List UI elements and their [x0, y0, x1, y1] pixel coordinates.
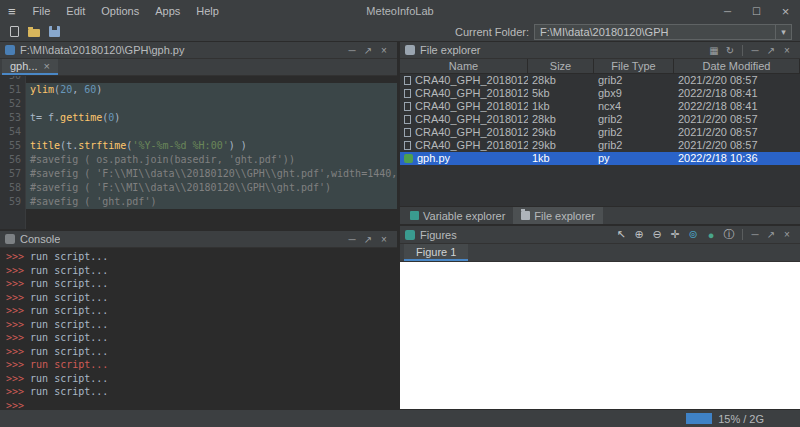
- console-line: >>> run script...: [6, 372, 397, 386]
- code-line[interactable]: 55title(t.strftime('%Y-%m-%d %H:00') ): [0, 139, 397, 153]
- select-arrow-icon[interactable]: ↖: [612, 228, 630, 241]
- current-folder-value: F:\MI\data\20180120\GPH: [535, 26, 775, 38]
- open-file-button[interactable]: [25, 23, 43, 41]
- file-type-cell: grib2: [594, 113, 674, 126]
- close-button[interactable]: ×: [771, 0, 800, 22]
- zoom-in-icon[interactable]: ⊕: [630, 228, 648, 241]
- code-line[interactable]: 59#savefig ( 'ght.pdf'): [0, 195, 397, 209]
- line-number: 51: [0, 83, 26, 97]
- table-body[interactable]: CRA40_GPH_2018012...28kbgrib22021/2/20 0…: [400, 74, 800, 206]
- menu-file[interactable]: File: [25, 0, 59, 22]
- chevron-down-icon[interactable]: ▾: [775, 25, 791, 39]
- line-number: 56: [0, 153, 26, 167]
- zoom-out-icon[interactable]: ⊖: [648, 228, 666, 241]
- maximize-button[interactable]: ☐: [742, 0, 771, 22]
- code-line[interactable]: 58#savefig ( 'F:\\MI\\data\\20180120\\GP…: [0, 181, 397, 195]
- memory-usage-bar: [686, 413, 712, 424]
- current-folder-combobox[interactable]: F:\MI\data\20180120\GPH ▾: [534, 24, 792, 40]
- panel-close-icon[interactable]: ×: [779, 229, 795, 240]
- code-line[interactable]: 56#savefig ( os.path.join(basedir, 'ght.…: [0, 153, 397, 167]
- editor-file-path: F:\MI\data\20180120\GPH\gph.py: [20, 44, 185, 56]
- file-size-cell: 28kb: [528, 74, 594, 87]
- identify-icon[interactable]: ●: [702, 229, 720, 241]
- info-icon[interactable]: ⓘ: [720, 227, 738, 242]
- column-header-size[interactable]: Size: [528, 59, 594, 73]
- minimize-button[interactable]: ─: [713, 0, 742, 22]
- file-size-cell: 29kb: [528, 139, 594, 152]
- code-line[interactable]: 52: [0, 97, 397, 111]
- console-line: >>> run script...: [6, 264, 397, 278]
- table-row[interactable]: CRA40_GPH_2018012...5kbgbx92022/2/18 08:…: [400, 87, 800, 100]
- console-text: run script...: [24, 278, 108, 289]
- hamburger-icon[interactable]: ≡: [0, 4, 25, 19]
- date-modified-cell: 2022/2/18 08:41: [674, 87, 800, 100]
- console-text: run script...: [24, 305, 108, 316]
- pan-hand-icon[interactable]: ✛: [666, 228, 684, 241]
- panel-float-icon[interactable]: ↗: [763, 229, 779, 240]
- table-row[interactable]: CRA40_GPH_2018012...29kbgrib22021/2/20 0…: [400, 139, 800, 152]
- panel-close-icon[interactable]: ×: [779, 45, 795, 56]
- column-header-file-type[interactable]: File Type: [594, 59, 674, 73]
- column-header-date-modified[interactable]: Date Modified: [674, 59, 800, 73]
- editor-tab-gph[interactable]: gph... ×: [2, 59, 58, 75]
- file-icon: [404, 76, 411, 85]
- tab-file-explorer[interactable]: File explorer: [513, 207, 603, 224]
- tab-variable-explorer[interactable]: Variable explorer: [402, 207, 513, 224]
- panel-float-icon[interactable]: ↗: [360, 234, 376, 245]
- panel-float-icon[interactable]: ↗: [360, 45, 376, 56]
- console-line: >>> run script...: [6, 385, 397, 399]
- table-row[interactable]: CRA40_GPH_2018012...28kbgrib22021/2/20 0…: [400, 74, 800, 87]
- code-lines: 5051ylim(20, 60)5253t= f.gettime(0)5455t…: [0, 76, 397, 209]
- console-prompt: >>>: [6, 305, 24, 316]
- line-number: 50: [0, 76, 26, 83]
- grid-icon: [410, 211, 419, 220]
- file-explorer-title: File explorer: [420, 44, 481, 56]
- code-editor[interactable]: 5051ylim(20, 60)5253t= f.gettime(0)5455t…: [0, 76, 397, 229]
- panel-close-icon[interactable]: ×: [376, 45, 392, 56]
- save-button[interactable]: [45, 23, 63, 41]
- tab-close-icon[interactable]: ×: [44, 58, 50, 74]
- refresh-icon[interactable]: ↻: [722, 45, 738, 56]
- console-body[interactable]: >>> run script...>>> run script...>>> ru…: [0, 248, 397, 409]
- statusbar: 15% / 2G: [0, 409, 800, 427]
- figure-toolbar: ↖⊕⊖✛⊚●ⓘ: [612, 227, 738, 242]
- menu-edit[interactable]: Edit: [58, 0, 93, 22]
- new-file-button[interactable]: [5, 23, 23, 41]
- menu-options[interactable]: Options: [93, 0, 147, 22]
- menu-help[interactable]: Help: [188, 0, 227, 22]
- panel-minimize-icon[interactable]: ─: [747, 45, 763, 56]
- column-header-name[interactable]: Name: [400, 59, 528, 73]
- figure-canvas[interactable]: [400, 262, 800, 409]
- file-size-cell: 1kb: [528, 100, 594, 113]
- console-text: run script...: [24, 265, 108, 276]
- code-line[interactable]: 50: [0, 76, 397, 83]
- code-text: #savefig ( os.path.join(basedir, 'ght.pd…: [26, 153, 397, 167]
- panel-minimize-icon[interactable]: ─: [344, 45, 360, 56]
- code-line[interactable]: 57#savefig ( 'F:\\MI\\data\\20180120\\GP…: [0, 167, 397, 181]
- menu-apps[interactable]: Apps: [147, 0, 188, 22]
- table-row[interactable]: CRA40_GPH_2018012...28kbgrib22021/2/20 0…: [400, 113, 800, 126]
- panel-minimize-icon[interactable]: ─: [344, 234, 360, 245]
- chart-icon: [405, 230, 415, 240]
- tab-figure-1[interactable]: Figure 1: [404, 244, 468, 261]
- panel-close-icon[interactable]: ×: [376, 234, 392, 245]
- table-row[interactable]: CRA40_GPH_2018012...1kbncx42022/2/18 08:…: [400, 100, 800, 113]
- editor-panel-header: F:\MI\data\20180120\GPH\gph.py ─ ↗ ×: [0, 42, 397, 59]
- code-line[interactable]: 51ylim(20, 60): [0, 83, 397, 97]
- file-explorer-header: File explorer ▦ ↻ ─ ↗ ×: [400, 42, 800, 59]
- save-icon: [49, 26, 60, 37]
- console-title: Console: [20, 233, 60, 245]
- code-line[interactable]: 54: [0, 125, 397, 139]
- console-line: >>> run script...: [6, 277, 397, 291]
- layout-icon[interactable]: ▦: [706, 45, 722, 56]
- panel-float-icon[interactable]: ↗: [763, 45, 779, 56]
- file-name-cell: CRA40_GPH_2018012...: [400, 74, 528, 87]
- code-line[interactable]: 53t= f.gettime(0): [0, 111, 397, 125]
- table-row[interactable]: gph.py1kbpy2022/2/18 10:36: [400, 152, 800, 165]
- panel-minimize-icon[interactable]: ─: [747, 229, 763, 240]
- console-line: >>> run script...: [6, 250, 397, 264]
- code-text: [26, 97, 397, 111]
- file-name-cell: CRA40_GPH_2018012...: [400, 139, 528, 152]
- full-extent-icon[interactable]: ⊚: [684, 228, 702, 241]
- table-row[interactable]: CRA40_GPH_2018012...29kbgrib22021/2/20 0…: [400, 126, 800, 139]
